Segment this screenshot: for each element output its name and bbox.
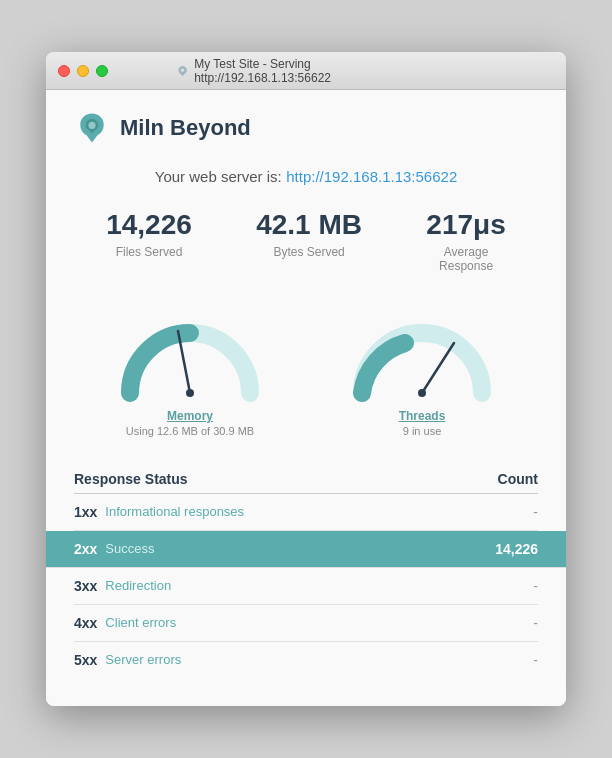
- response-left-4xx: 4xx Client errors: [74, 615, 176, 631]
- stat-bytes-label: Bytes Served: [256, 245, 362, 259]
- stat-files-served: 14,226 Files Served: [106, 210, 192, 273]
- svg-point-0: [181, 68, 184, 71]
- response-header-count: Count: [498, 471, 538, 487]
- response-count-4xx: -: [533, 615, 538, 631]
- response-left-2xx: 2xx Success: [74, 541, 155, 557]
- threads-gauge: Threads 9 in use: [342, 303, 502, 437]
- response-table-header: Response Status Count: [74, 465, 538, 494]
- svg-point-5: [418, 389, 426, 397]
- response-count-2xx: 14,226: [495, 541, 538, 557]
- response-name-4xx[interactable]: Client errors: [105, 615, 176, 630]
- response-code-3xx: 3xx: [74, 578, 97, 594]
- stat-avg-label: AverageResponse: [426, 245, 505, 273]
- threads-gauge-sublabel: 9 in use: [342, 425, 502, 437]
- traffic-lights: [58, 65, 108, 77]
- response-count-3xx: -: [533, 578, 538, 594]
- main-content: Miln Beyond Your web server is: http://1…: [46, 90, 566, 706]
- minimize-button[interactable]: [77, 65, 89, 77]
- memory-gauge: Memory Using 12.6 MB of 30.9 MB: [110, 303, 270, 437]
- gauges-row: Memory Using 12.6 MB of 30.9 MB Threads …: [74, 303, 538, 437]
- response-code-1xx: 1xx: [74, 504, 97, 520]
- maximize-button[interactable]: [96, 65, 108, 77]
- response-left-1xx: 1xx Informational responses: [74, 504, 244, 520]
- server-info: Your web server is: http://192.168.1.13:…: [74, 168, 538, 186]
- response-code-4xx: 4xx: [74, 615, 97, 631]
- response-name-3xx[interactable]: Redirection: [105, 578, 171, 593]
- window-title: My Test Site - Serving http://192.168.1.…: [176, 57, 436, 85]
- threads-gauge-label[interactable]: Threads: [342, 409, 502, 423]
- response-name-2xx[interactable]: Success: [105, 541, 154, 556]
- stat-files-label: Files Served: [106, 245, 192, 259]
- app-name-label: Miln Beyond: [120, 115, 251, 141]
- stat-bytes-value: 42.1 MB: [256, 210, 362, 241]
- response-row-3xx: 3xx Redirection -: [74, 568, 538, 605]
- response-row-5xx: 5xx Server errors -: [74, 642, 538, 678]
- response-status-section: Response Status Count 1xx Informational …: [74, 465, 538, 678]
- memory-gauge-svg: [110, 303, 270, 403]
- response-row-4xx: 4xx Client errors -: [74, 605, 538, 642]
- response-name-5xx[interactable]: Server errors: [105, 652, 181, 667]
- stat-avg-response: 217μs AverageResponse: [426, 210, 505, 273]
- memory-gauge-sublabel: Using 12.6 MB of 30.9 MB: [110, 425, 270, 437]
- response-left-3xx: 3xx Redirection: [74, 578, 171, 594]
- response-code-2xx: 2xx: [74, 541, 97, 557]
- threads-gauge-svg: [342, 303, 502, 403]
- svg-line-4: [422, 343, 454, 393]
- stat-bytes-served: 42.1 MB Bytes Served: [256, 210, 362, 273]
- svg-point-1: [88, 122, 95, 129]
- response-name-1xx[interactable]: Informational responses: [105, 504, 244, 519]
- response-left-5xx: 5xx Server errors: [74, 652, 181, 668]
- server-url-link[interactable]: http://192.168.1.13:56622: [286, 168, 457, 185]
- app-header: Miln Beyond: [74, 110, 538, 146]
- stat-avg-value: 217μs: [426, 210, 505, 241]
- memory-gauge-label[interactable]: Memory: [110, 409, 270, 423]
- response-count-5xx: -: [533, 652, 538, 668]
- app-title-icon: [176, 64, 189, 78]
- response-row-2xx: 2xx Success 14,226: [46, 531, 566, 568]
- titlebar: My Test Site - Serving http://192.168.1.…: [46, 52, 566, 90]
- stat-files-value: 14,226: [106, 210, 192, 241]
- response-count-1xx: -: [533, 504, 538, 520]
- svg-point-3: [186, 389, 194, 397]
- stats-row: 14,226 Files Served 42.1 MB Bytes Served…: [74, 210, 538, 273]
- close-button[interactable]: [58, 65, 70, 77]
- response-header-label: Response Status: [74, 471, 188, 487]
- app-window: My Test Site - Serving http://192.168.1.…: [46, 52, 566, 706]
- server-label: Your web server is:: [155, 168, 282, 185]
- app-logo-icon: [74, 110, 110, 146]
- response-row-1xx: 1xx Informational responses -: [74, 494, 538, 531]
- response-code-5xx: 5xx: [74, 652, 97, 668]
